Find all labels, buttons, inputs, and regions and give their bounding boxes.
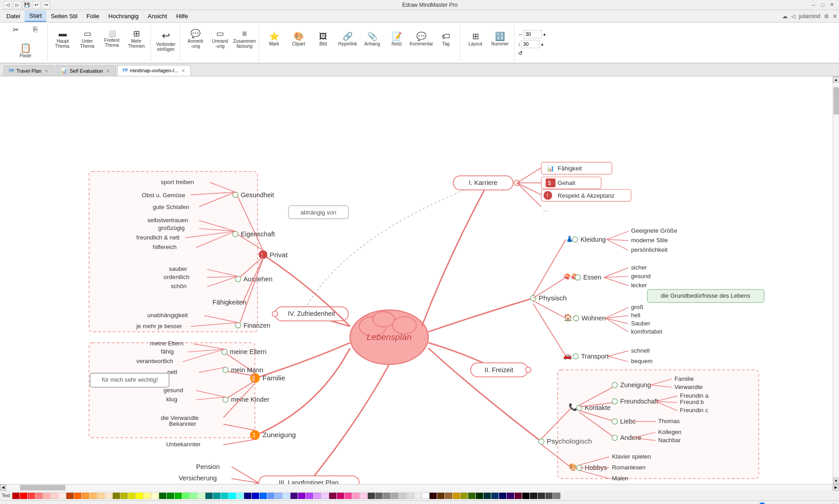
color-swatch[interactable] <box>375 493 383 499</box>
free-theme-btn[interactable]: ⬜ FreitextThema <box>100 25 123 53</box>
color-swatch[interactable] <box>97 493 105 499</box>
color-swatch[interactable] <box>437 493 444 499</box>
color-swatch[interactable] <box>484 493 491 499</box>
color-swatch[interactable] <box>368 493 375 499</box>
color-swatch[interactable] <box>252 493 259 499</box>
color-swatch[interactable] <box>275 493 282 499</box>
cut-btn[interactable]: ✂ <box>6 25 25 38</box>
color-swatch[interactable] <box>136 493 143 499</box>
redo-btn[interactable]: ↪ <box>42 1 50 9</box>
color-swatch[interactable] <box>306 493 313 499</box>
view-fit-btn[interactable]: ⊞ <box>823 503 828 504</box>
color-swatch[interactable] <box>360 493 367 499</box>
canvas-area[interactable]: Lebensplan I. Karriere Fähigkeit 📊 Gehal… <box>0 76 833 484</box>
color-swatch[interactable] <box>522 493 529 499</box>
menu-datei[interactable]: Datei <box>2 11 25 21</box>
view-page-btn[interactable]: □ <box>815 503 819 504</box>
menu-hilfe[interactable]: Hilfe <box>172 11 193 21</box>
tab-travel-plan[interactable]: 🗺 Travel Plan ✕ <box>4 65 54 76</box>
color-swatch[interactable] <box>159 493 166 499</box>
color-swatch[interactable] <box>236 493 244 499</box>
h-scroll-thumb[interactable] <box>20 485 65 490</box>
note-btn[interactable]: 📝 Notiz <box>385 25 408 53</box>
width-input[interactable] <box>524 30 542 38</box>
tab-self-close[interactable]: ✕ <box>105 69 111 74</box>
color-swatch[interactable] <box>35 493 43 499</box>
color-swatch[interactable] <box>267 493 275 499</box>
color-swatch[interactable] <box>120 493 128 499</box>
color-swatch[interactable] <box>460 493 468 499</box>
refresh-icon[interactable]: ↺ <box>518 50 523 56</box>
number-btn[interactable]: 🔢 Nummer <box>489 25 511 53</box>
color-swatch[interactable] <box>82 493 89 499</box>
tab-mindmap-close[interactable]: ✕ <box>180 68 186 73</box>
cross-icon[interactable]: ✕ <box>833 13 837 20</box>
scroll-left-btn[interactable]: ◀ <box>0 484 6 491</box>
hyperlink-btn[interactable]: 🔗 Hyperlink <box>336 25 359 53</box>
paste-btn[interactable]: 📋 Paste <box>16 39 35 62</box>
color-swatch[interactable] <box>51 493 58 499</box>
scroll-track[interactable] <box>833 83 839 478</box>
comment-btn[interactable]: 💬 Kommentar <box>410 25 433 53</box>
color-swatch[interactable] <box>167 493 174 499</box>
color-swatch[interactable] <box>314 493 321 499</box>
color-swatch[interactable] <box>244 493 251 499</box>
close-btn[interactable]: ✕ <box>828 1 835 9</box>
zoom-out-btn[interactable]: ─ <box>738 503 742 504</box>
tag-btn[interactable]: 🏷 Tag <box>434 25 457 53</box>
color-swatch[interactable] <box>476 493 483 499</box>
minimize-btn[interactable]: ─ <box>810 1 817 9</box>
scroll-right-btn[interactable]: ▶ <box>833 484 839 491</box>
forward-btn[interactable]: ▷ <box>13 1 21 9</box>
color-swatch[interactable] <box>406 493 414 499</box>
color-swatch[interactable] <box>553 493 560 499</box>
tab-self-evaluation[interactable]: 📊 Self Evaluation ✕ <box>55 65 115 76</box>
color-swatch[interactable] <box>90 493 97 499</box>
color-swatch[interactable] <box>352 493 360 499</box>
sub-theme-btn[interactable]: ▭ UnterThema <box>76 25 99 53</box>
tab-mindmap[interactable]: 🗺 mindmap-vorlagen-l... ✕ <box>117 65 191 76</box>
color-swatch[interactable] <box>321 493 329 499</box>
color-swatch[interactable] <box>260 493 267 499</box>
color-swatch[interactable] <box>229 493 236 499</box>
scroll-thumb[interactable] <box>834 87 839 115</box>
clipart-btn[interactable]: 🎨 Clipart <box>287 25 310 53</box>
color-swatch[interactable] <box>66 493 74 499</box>
color-swatch[interactable] <box>545 493 553 499</box>
color-swatch[interactable] <box>144 493 151 499</box>
menu-start[interactable]: Start <box>25 10 46 22</box>
color-swatch[interactable] <box>298 493 305 499</box>
color-swatch[interactable] <box>538 493 545 499</box>
user-settings-icon[interactable]: ⚙ <box>824 13 829 20</box>
color-swatch[interactable] <box>205 493 213 499</box>
color-swatch[interactable] <box>499 493 506 499</box>
color-swatch[interactable] <box>414 493 421 499</box>
image-btn[interactable]: 🖼 Bild <box>312 25 335 53</box>
color-swatch[interactable] <box>113 493 120 499</box>
back-btn[interactable]: ◁ <box>4 1 12 9</box>
color-swatch[interactable] <box>182 493 190 499</box>
menu-ansicht[interactable]: Ansicht <box>143 11 172 21</box>
color-swatch[interactable] <box>445 493 452 499</box>
h-scroll-track[interactable] <box>6 484 833 491</box>
copy-btn[interactable]: ⎘ <box>26 25 45 38</box>
color-swatch[interactable] <box>530 493 537 499</box>
color-swatch[interactable] <box>283 493 290 499</box>
color-swatch[interactable] <box>491 493 499 499</box>
color-swatch[interactable] <box>213 493 220 499</box>
color-swatch[interactable] <box>345 493 352 499</box>
color-swatch[interactable] <box>329 493 336 499</box>
color-swatch[interactable] <box>422 493 429 499</box>
color-swatch[interactable] <box>391 493 398 499</box>
save-btn[interactable]: 💾 <box>23 1 31 9</box>
main-theme-btn[interactable]: ▬ HauptThema. <box>51 25 74 53</box>
width-spinner-up[interactable]: ▲ <box>543 32 546 36</box>
color-swatch[interactable] <box>12 493 20 499</box>
color-swatch[interactable] <box>151 493 159 499</box>
menu-hochrangig[interactable]: Hochrangig <box>104 11 144 21</box>
color-swatch[interactable] <box>514 493 522 499</box>
mark-btn[interactable]: ⭐ Mark <box>263 25 285 53</box>
scroll-up-btn[interactable]: ▲ <box>833 76 839 83</box>
color-swatch[interactable] <box>429 493 437 499</box>
summary-btn[interactable]: ≡ Zusammenfassung <box>233 25 256 53</box>
